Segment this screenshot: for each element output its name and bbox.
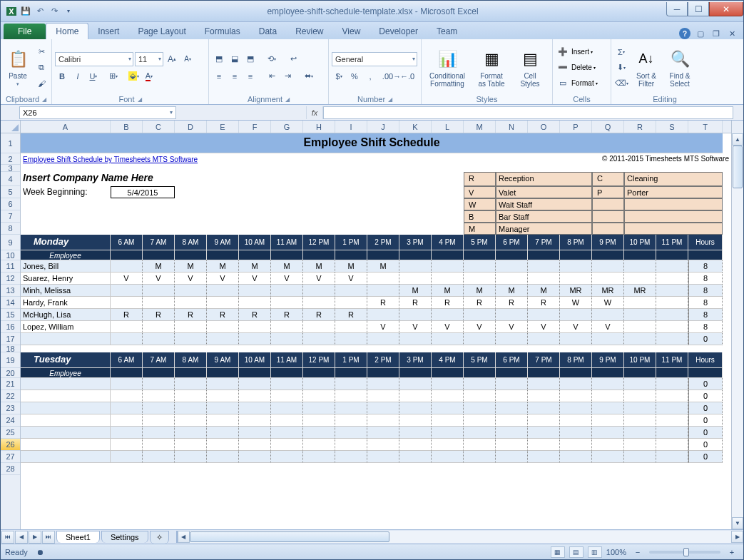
- qat-dropdown-icon[interactable]: ▾: [62, 5, 75, 18]
- number-format-combo[interactable]: General▾: [332, 52, 417, 66]
- autosum-icon[interactable]: Σ▾: [614, 45, 628, 59]
- sort-filter-button[interactable]: A↓Sort & Filter: [631, 44, 662, 91]
- sheet-tab-sheet1[interactable]: Sheet1: [56, 531, 100, 543]
- formula-input[interactable]: [323, 106, 733, 119]
- orientation-icon[interactable]: ⟲▾: [265, 52, 279, 66]
- tab-page-layout[interactable]: Page Layout: [128, 24, 195, 39]
- tab-data[interactable]: Data: [250, 24, 286, 39]
- align-bottom-icon[interactable]: ⬒: [243, 52, 258, 66]
- tab-home[interactable]: Home: [46, 23, 88, 39]
- tab-developer[interactable]: Developer: [370, 24, 427, 39]
- cell-styles-button[interactable]: ▤Cell Styles: [513, 44, 547, 91]
- decrease-indent-icon[interactable]: ⇤: [265, 69, 279, 83]
- format-cells-button[interactable]: ▭Format▾: [556, 76, 598, 91]
- zoom-percent[interactable]: 100%: [606, 548, 626, 556]
- tab-nav-first-icon[interactable]: ⏮: [1, 531, 14, 544]
- cut-icon[interactable]: ✂: [34, 45, 49, 59]
- view-normal-icon[interactable]: ▦: [551, 546, 565, 558]
- help-icon[interactable]: ?: [679, 28, 691, 39]
- tab-nav-next-icon[interactable]: ▶: [29, 531, 41, 544]
- align-middle-icon[interactable]: ⬓: [228, 52, 242, 66]
- fill-icon[interactable]: ⬇▾: [614, 61, 628, 75]
- align-left-icon[interactable]: ≡: [212, 69, 226, 83]
- scroll-down-icon[interactable]: ▼: [732, 517, 743, 529]
- view-page-break-icon[interactable]: ▥: [588, 546, 602, 558]
- tab-team[interactable]: Team: [427, 24, 467, 39]
- conditional-formatting-button[interactable]: 📊Conditional Formatting: [424, 44, 470, 91]
- zoom-in-icon[interactable]: +: [725, 545, 739, 559]
- tab-formulas[interactable]: Formulas: [195, 24, 250, 39]
- increase-decimal-icon[interactable]: .00→: [384, 69, 399, 83]
- decrease-decimal-icon[interactable]: ←.0: [400, 69, 414, 83]
- scroll-up-icon[interactable]: ▲: [732, 133, 743, 146]
- shrink-font-icon[interactable]: A▾: [180, 52, 195, 66]
- fx-icon[interactable]: fx: [306, 106, 323, 119]
- vertical-scrollbar[interactable]: ▲ ▼: [731, 121, 743, 529]
- minimize-ribbon-icon[interactable]: ▢: [695, 28, 706, 39]
- border-icon[interactable]: ⊞▾: [106, 69, 121, 83]
- bold-icon[interactable]: B: [55, 69, 69, 83]
- clipboard-dialog-icon[interactable]: ◢: [42, 96, 46, 103]
- currency-icon[interactable]: $▾: [332, 69, 346, 83]
- increase-indent-icon[interactable]: ⇥: [280, 69, 295, 83]
- tab-file[interactable]: File: [4, 24, 46, 39]
- font-name-combo[interactable]: Calibri▾: [55, 52, 133, 66]
- titlebar: X 💾 ↶ ↷ ▾ employee-shift-schedule-templa…: [1, 1, 743, 22]
- align-top-icon[interactable]: ⬒: [212, 52, 226, 66]
- close-workbook-icon[interactable]: ✕: [726, 28, 738, 39]
- restore-window-icon[interactable]: ❐: [710, 28, 722, 39]
- scroll-right-icon[interactable]: ▶: [731, 531, 743, 543]
- delete-cells-button[interactable]: ➖Delete▾: [556, 61, 598, 75]
- wrap-text-icon[interactable]: ↩: [286, 52, 300, 66]
- tab-nav-last-icon[interactable]: ⏭: [42, 531, 55, 544]
- clear-icon[interactable]: ⌫▾: [614, 76, 628, 91]
- group-font: Calibri▾ 11▾ A▴ A▾ B I U▾ ⊞▾ ⬙▾ A▾ Font◢: [52, 39, 209, 104]
- grow-font-icon[interactable]: A▴: [165, 52, 179, 66]
- zoom-out-icon[interactable]: −: [631, 545, 645, 559]
- name-box[interactable]: X26▾: [19, 106, 176, 119]
- column-headers[interactable]: ABCDEFGHIJKLMNOPQRST: [21, 121, 731, 133]
- number-dialog-icon[interactable]: ◢: [388, 96, 392, 103]
- save-icon[interactable]: 💾: [19, 5, 32, 18]
- group-cells: ➕Insert▾ ➖Delete▾ ▭Format▾ Cells: [553, 39, 611, 104]
- tab-nav-prev-icon[interactable]: ◀: [15, 531, 28, 544]
- format-as-table-button[interactable]: ▦Format as Table: [472, 44, 511, 91]
- new-sheet-icon[interactable]: ✧: [150, 531, 169, 544]
- font-color-icon[interactable]: A▾: [142, 69, 156, 83]
- alignment-dialog-icon[interactable]: ◢: [285, 96, 290, 103]
- tab-insert[interactable]: Insert: [88, 24, 128, 39]
- sheet-tab-settings[interactable]: Settings: [101, 531, 148, 543]
- paste-button[interactable]: 📋 Paste ▾: [4, 44, 32, 91]
- underline-icon[interactable]: U▾: [86, 69, 101, 83]
- align-center-icon[interactable]: ≡: [228, 69, 242, 83]
- view-page-layout-icon[interactable]: ▤: [569, 546, 584, 558]
- close-button[interactable]: ✕: [709, 2, 743, 16]
- copy-icon[interactable]: ⧉: [34, 61, 49, 75]
- format-painter-icon[interactable]: 🖌: [34, 76, 49, 91]
- font-size-combo[interactable]: 11▾: [135, 52, 163, 66]
- fill-color-icon[interactable]: ⬙▾: [126, 69, 141, 83]
- row-headers[interactable]: 1234567891011121314151617181920212223242…: [1, 133, 21, 529]
- macro-record-icon[interactable]: ⏺: [34, 545, 48, 559]
- spreadsheet-cells[interactable]: Employee Shift ScheduleEmployee Shift Sc…: [21, 133, 731, 529]
- font-dialog-icon[interactable]: ◢: [138, 96, 142, 103]
- percent-icon[interactable]: %: [347, 69, 362, 83]
- tab-review[interactable]: Review: [286, 24, 332, 39]
- horizontal-scrollbar[interactable]: ◀ ▶: [176, 531, 743, 543]
- scroll-left-icon[interactable]: ◀: [178, 531, 190, 543]
- maximize-button[interactable]: ☐: [688, 2, 709, 16]
- minimize-button[interactable]: ─: [666, 2, 688, 16]
- merge-center-icon[interactable]: ⬌▾: [302, 69, 316, 83]
- zoom-slider[interactable]: [649, 551, 720, 554]
- align-right-icon[interactable]: ≡: [243, 69, 258, 83]
- redo-icon[interactable]: ↷: [48, 5, 61, 18]
- ribbon-tabs: File Home Insert Page Layout Formulas Da…: [1, 22, 743, 39]
- tab-view[interactable]: View: [333, 24, 370, 39]
- italic-icon[interactable]: I: [71, 69, 85, 83]
- find-select-button[interactable]: 🔍Find & Select: [664, 44, 695, 91]
- insert-cells-button[interactable]: ➕Insert▾: [556, 45, 598, 59]
- insert-cells-icon: ➕: [556, 45, 570, 59]
- comma-icon[interactable]: ,: [363, 69, 377, 83]
- select-all-corner[interactable]: [1, 121, 21, 133]
- undo-icon[interactable]: ↶: [34, 5, 46, 18]
